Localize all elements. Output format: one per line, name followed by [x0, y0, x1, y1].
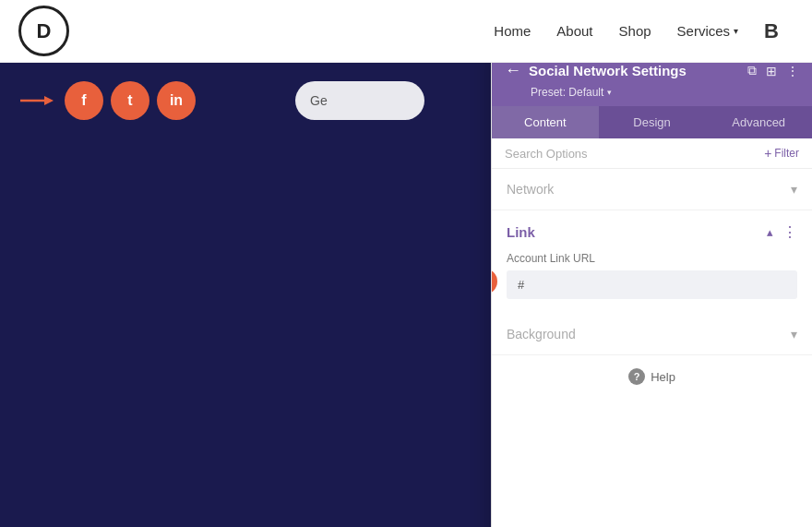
- linkedin-button[interactable]: in: [157, 81, 196, 120]
- nav-shop[interactable]: Shop: [619, 23, 651, 39]
- nav-about[interactable]: About: [556, 23, 592, 39]
- nav-more[interactable]: B: [764, 19, 779, 43]
- link-actions: ▴ ⋮: [767, 223, 797, 241]
- facebook-button[interactable]: f: [65, 81, 103, 120]
- tab-content[interactable]: Content: [492, 106, 599, 138]
- panel-preset[interactable]: Preset: Default ▾: [505, 86, 799, 99]
- page-content: f t in Ge a C ← Social Network Settings …: [0, 63, 812, 527]
- help-label: Help: [651, 370, 675, 384]
- nav-home[interactable]: Home: [494, 23, 531, 39]
- panel-back-button[interactable]: ←: [505, 63, 521, 80]
- background-section[interactable]: Background ▾: [492, 314, 812, 355]
- search-area: Ge: [295, 81, 424, 120]
- logo: D: [18, 6, 69, 56]
- tab-advanced[interactable]: Advanced: [705, 106, 812, 138]
- arrow-icon: [18, 91, 65, 110]
- link-more-icon[interactable]: ⋮: [782, 223, 797, 241]
- panel-header: ← Social Network Settings ⧉ ⊞ ⋮ Preset: …: [492, 63, 812, 106]
- search-options-bar: Search Options + Filter: [492, 138, 812, 169]
- link-chevron-icon: ▴: [767, 225, 773, 239]
- main-nav: Home About Shop Services ▾ B: [494, 19, 779, 43]
- panel-icon-grid[interactable]: ⊞: [766, 64, 777, 78]
- help-icon: ?: [628, 368, 645, 385]
- panel-tabs: Content Design Advanced: [492, 106, 812, 138]
- account-link-url-input[interactable]: [507, 270, 797, 299]
- search-options-label: Search Options: [505, 147, 588, 161]
- background-label: Background: [507, 327, 576, 341]
- help-row: ? Help: [492, 355, 812, 398]
- nav-services-arrow: ▾: [734, 26, 738, 36]
- header: D Home About Shop Services ▾ B: [0, 0, 812, 63]
- filter-button[interactable]: + Filter: [764, 146, 799, 161]
- social-icons: f t in: [65, 81, 196, 120]
- panel-icon-more[interactable]: ⋮: [786, 64, 799, 78]
- tab-design[interactable]: Design: [599, 106, 706, 138]
- preset-arrow-icon: ▾: [607, 88, 612, 97]
- filter-plus-icon: +: [764, 146, 771, 161]
- nav-services[interactable]: Services ▾: [677, 23, 739, 39]
- twitter-button[interactable]: t: [111, 81, 149, 120]
- panel-title-row: ← Social Network Settings ⧉ ⊞ ⋮: [505, 63, 799, 80]
- field-label: Account Link URL: [507, 252, 797, 265]
- settings-panel: ← Social Network Settings ⧉ ⊞ ⋮ Preset: …: [491, 63, 812, 527]
- panel-icons: ⧉ ⊞ ⋮: [747, 63, 799, 78]
- field-input-wrap: [507, 270, 797, 299]
- social-bar: f t in: [18, 81, 196, 120]
- get-text: Ge: [310, 93, 328, 108]
- network-chevron-icon: ▾: [791, 182, 797, 197]
- panel-title: Social Network Settings: [529, 63, 740, 78]
- step-badge: 1: [492, 269, 497, 294]
- network-section[interactable]: Network ▾: [492, 169, 812, 210]
- panel-icon-copy[interactable]: ⧉: [747, 63, 757, 78]
- link-section-header: Link ▴ ⋮: [492, 210, 812, 248]
- field-group: 1 Account Link URL: [492, 248, 812, 314]
- background-chevron-icon: ▾: [791, 327, 797, 341]
- network-label: Network: [507, 182, 554, 197]
- svg-marker-1: [44, 96, 54, 105]
- panel-body: Search Options + Filter Network ▾ Link ▴…: [492, 138, 812, 527]
- link-label: Link: [507, 224, 535, 240]
